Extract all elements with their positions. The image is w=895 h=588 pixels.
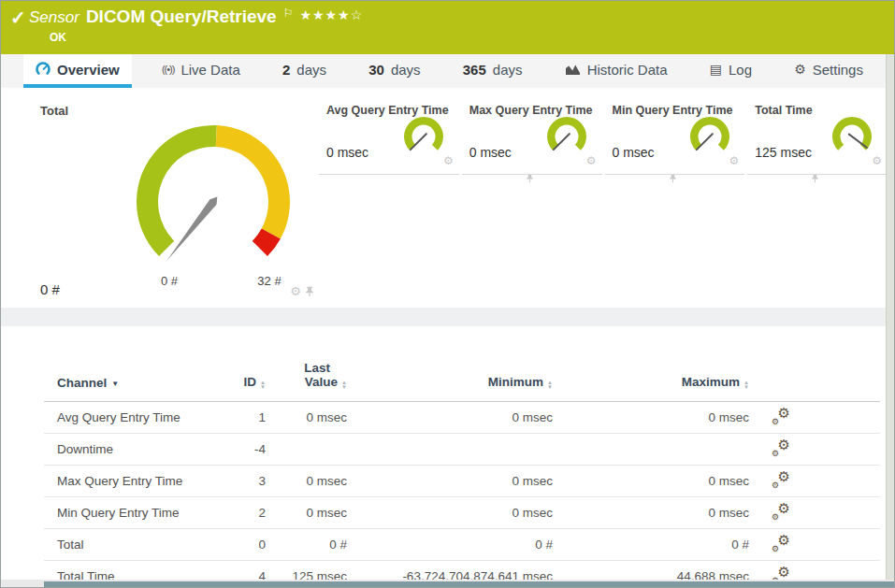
status-check-icon: ✓: [10, 7, 26, 29]
section-divider: [1, 308, 894, 326]
sensor-kind-label: Sensor: [29, 8, 79, 27]
log-icon: ▤: [710, 62, 722, 77]
cell-last-value: 0 #: [266, 538, 347, 552]
tab-overview[interactable]: Overview: [23, 54, 132, 88]
total-gauge-chart: [127, 116, 299, 288]
cell-minimum: 0 #: [347, 538, 553, 552]
live-data-icon: ((•)): [162, 64, 175, 75]
column-header-id[interactable]: ID▲▼: [194, 375, 266, 401]
column-label: Minimum: [488, 375, 543, 389]
channel-settings-icon[interactable]: ⚙⚙: [772, 408, 790, 424]
mini-gauge-panel: Avg Query Entry Time 0 msec ⚙: [319, 94, 459, 175]
gear-icon[interactable]: ⚙: [290, 284, 301, 298]
table-row: Downtime -4 ⚙⚙: [44, 434, 880, 466]
cell-maximum: 0 #: [553, 538, 749, 552]
cell-channel: Downtime: [44, 442, 194, 456]
cell-maximum: 0 msec: [553, 506, 749, 520]
mini-gauge-value: 0 msec: [613, 145, 655, 160]
gear-icon[interactable]: ⚙: [443, 154, 454, 167]
table-row: Max Query Entry Time 3 0 msec 0 msec 0 m…: [44, 466, 880, 497]
column-header-minimum[interactable]: Minimum▲▼: [347, 375, 553, 401]
footer-bar: [44, 581, 894, 587]
tab-settings[interactable]: ⚙Settings: [782, 54, 875, 88]
tab-label: days: [296, 62, 326, 78]
gear-icon[interactable]: ⚙: [586, 154, 597, 167]
channel-settings-icon[interactable]: ⚙⚙: [772, 439, 790, 456]
cell-id: 0: [194, 538, 266, 552]
scrollbar[interactable]: [886, 54, 894, 580]
mini-gauge-title: Total Time: [755, 104, 812, 117]
tab-30-days[interactable]: 30days: [356, 54, 432, 88]
cell-channel: Max Query Entry Time: [44, 474, 194, 488]
column-label: ID: [244, 375, 257, 389]
sensor-page: ✓ Sensor DICOM Query/Retrieve ⚐ ★★★★☆ OK…: [0, 0, 895, 588]
sorted-desc-icon: ▼: [111, 380, 119, 388]
channel-settings-icon[interactable]: ⚙⚙: [772, 471, 790, 488]
channels-table-body: Avg Query Entry Time 1 0 msec 0 msec 0 m…: [44, 402, 880, 581]
gauge-total-panel: Total 0 # 32 # 0 # ⚙: [31, 94, 319, 308]
table-row: Avg Query Entry Time 1 0 msec 0 msec 0 m…: [44, 402, 880, 434]
cell-actions: ⚙⚙: [749, 471, 880, 491]
cell-last-value: 0 msec: [266, 506, 347, 520]
sensor-header: ✓ Sensor DICOM Query/Retrieve ⚐ ★★★★☆ OK: [1, 1, 894, 54]
column-label: Last: [266, 361, 330, 375]
mini-gauge-panel: Max Query Entry Time 0 msec ⚙: [462, 94, 602, 175]
tab-2-days[interactable]: 2days: [270, 54, 339, 88]
column-header-actions: [749, 390, 880, 401]
mini-gauge-chart: [401, 113, 446, 158]
tab-365-days[interactable]: 365days: [451, 54, 535, 88]
cell-minimum: 0 msec: [347, 506, 553, 520]
flag-icon: ⚐: [283, 7, 294, 20]
gear-icon[interactable]: ⚙: [729, 154, 739, 167]
settings-gear-icon: ⚙: [794, 62, 806, 77]
tab-historic-data[interactable]: Historic Data: [553, 54, 680, 88]
cell-minimum: 0 msec: [347, 410, 553, 424]
gauge-actions: ⚙: [586, 154, 597, 167]
tab-label: Historic Data: [587, 62, 668, 78]
cell-channel: Min Query Entry Time: [44, 506, 194, 520]
priority-stars[interactable]: ★★★★☆: [299, 7, 363, 22]
mini-gauges-row: Avg Query Entry Time 0 msec ⚙ Max Query …: [319, 94, 888, 175]
mini-gauge-chart: [687, 113, 732, 158]
column-header-channel[interactable]: Channel▼: [44, 376, 194, 401]
cell-id: 2: [194, 506, 266, 520]
column-label: Value: [305, 375, 338, 389]
channel-settings-icon[interactable]: ⚙⚙: [772, 503, 790, 520]
gauge-title: Total: [40, 104, 68, 118]
sensor-title-line: Sensor DICOM Query/Retrieve ⚐ ★★★★☆: [29, 7, 363, 27]
column-label: Channel: [57, 376, 107, 390]
historic-data-icon: [565, 64, 581, 76]
channels-table-header: Channel▼ ID▲▼ LastValue▲▼ Minimum▲▼ Maxi…: [44, 326, 880, 402]
cell-maximum: 0 msec: [553, 410, 749, 424]
cell-actions: ⚙⚙: [749, 535, 880, 554]
tab-label: Log: [729, 62, 752, 78]
cell-maximum: 0 msec: [553, 474, 749, 488]
tab-label: Live Data: [180, 62, 239, 78]
tab-log[interactable]: ▤Log: [698, 54, 764, 88]
mini-gauge-chart: [544, 113, 589, 158]
tab-label: days: [493, 62, 523, 78]
cell-actions: ⚙⚙: [749, 503, 880, 523]
gauge-scale-min: 0 #: [149, 274, 190, 288]
mini-gauge-value: 125 msec: [755, 145, 812, 160]
mini-gauge-panel: Total Time 125 msec ⚙: [747, 94, 888, 175]
gauge-actions: ⚙: [872, 154, 882, 167]
table-row: Total Time 4 125 msec -63,724,704,874,64…: [44, 561, 880, 581]
cell-id: 3: [194, 474, 266, 488]
gauge-actions: ⚙: [729, 154, 739, 167]
cell-actions: ⚙⚙: [749, 408, 880, 427]
status-badge: OK: [50, 31, 66, 44]
tab-live-data[interactable]: ((•))Live Data: [150, 54, 253, 88]
cell-minimum: 0 msec: [347, 474, 553, 488]
column-header-last-value[interactable]: LastValue▲▼: [266, 361, 347, 401]
channel-settings-icon[interactable]: ⚙⚙: [772, 535, 790, 552]
cell-id: 1: [194, 410, 266, 424]
page-title: DICOM Query/Retrieve: [86, 7, 277, 27]
column-header-maximum[interactable]: Maximum▲▼: [553, 375, 749, 401]
gear-icon[interactable]: ⚙: [872, 154, 882, 167]
pin-icon[interactable]: [305, 286, 314, 297]
mini-gauge-value: 0 msec: [326, 145, 368, 160]
sort-icon: ▲▼: [743, 380, 749, 390]
tab-number: 30: [368, 62, 384, 78]
tab-bar: Overview((•))Live Data2days30days365days…: [1, 54, 894, 88]
